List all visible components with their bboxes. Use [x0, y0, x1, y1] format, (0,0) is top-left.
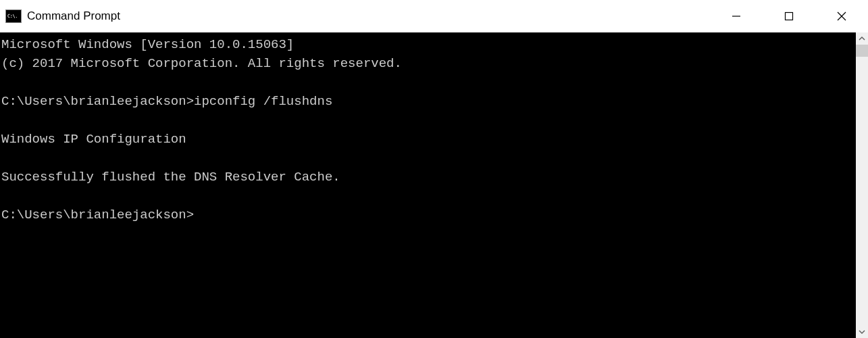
minimize-button[interactable] — [710, 0, 763, 32]
terminal-output[interactable]: Microsoft Windows [Version 10.0.15063] (… — [0, 32, 856, 338]
window-title: Command Prompt — [27, 9, 120, 23]
maximize-icon — [784, 11, 794, 21]
chevron-up-icon — [859, 35, 865, 42]
close-button[interactable] — [815, 0, 868, 32]
terminal-line: Successfully flushed the DNS Resolver Ca… — [1, 170, 340, 185]
title-bar: C:\. Command Prompt — [0, 0, 868, 32]
chevron-down-icon — [859, 329, 865, 335]
terminal-line: C:\Users\brianleejackson> — [1, 208, 194, 222]
scroll-track[interactable] — [856, 45, 868, 326]
scroll-thumb[interactable] — [856, 45, 868, 57]
vertical-scrollbar[interactable] — [856, 32, 868, 338]
terminal-line: (c) 2017 Microsoft Corporation. All righ… — [1, 56, 402, 71]
close-icon — [837, 11, 846, 21]
scroll-down-button[interactable] — [856, 326, 868, 338]
terminal-line: Microsoft Windows [Version 10.0.15063] — [1, 37, 294, 52]
terminal-line: Windows IP Configuration — [1, 132, 186, 147]
terminal-line: C:\Users\brianleejackson>ipconfig /flush… — [1, 94, 332, 109]
app-icon-text: C:\. — [7, 14, 18, 19]
svg-rect-1 — [786, 13, 793, 20]
maximize-button[interactable] — [763, 0, 815, 32]
terminal-container: Microsoft Windows [Version 10.0.15063] (… — [0, 32, 868, 338]
scroll-up-button[interactable] — [856, 32, 868, 45]
minimize-icon — [732, 11, 741, 21]
window-controls — [710, 0, 868, 32]
app-icon: C:\. — [5, 9, 22, 23]
